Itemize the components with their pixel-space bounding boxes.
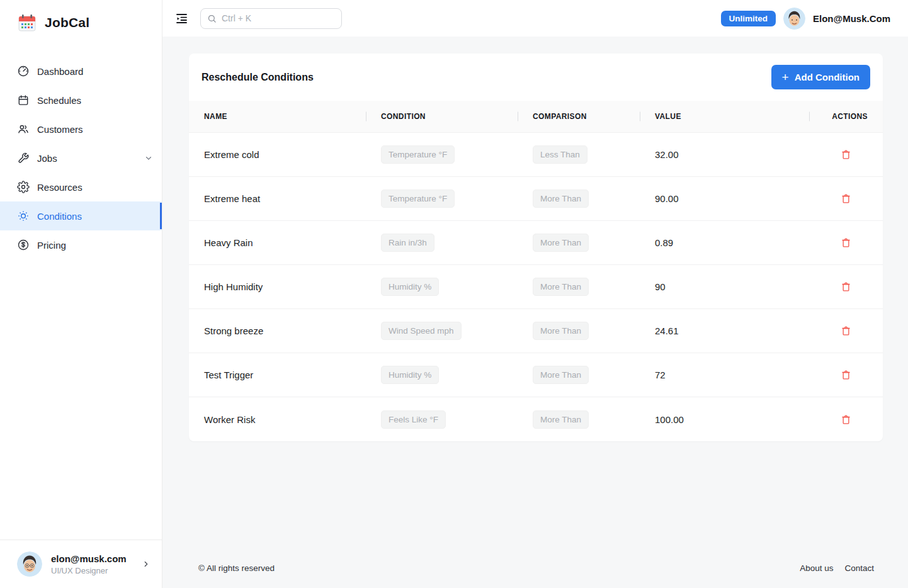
sidebar-user-card[interactable]: elon@musk.com UI/UX Designer [0, 540, 162, 588]
user-email: elon@musk.com [51, 553, 127, 564]
condition-value: 90 [640, 265, 809, 308]
delete-button[interactable] [837, 234, 854, 251]
delete-button[interactable] [837, 322, 854, 339]
search-box[interactable] [200, 8, 342, 29]
sidebar-item-conditions[interactable]: Conditions [0, 201, 162, 230]
reschedule-conditions-card: Reschedule Conditions + Add Condition NA… [189, 54, 883, 441]
sidebar-item-label: Jobs [37, 153, 57, 164]
app-name: JobCal [45, 15, 89, 30]
search-icon [207, 14, 217, 23]
menu-fold-icon[interactable] [173, 10, 190, 27]
sidebar-item-resources[interactable]: Resources [0, 172, 162, 201]
sidebar-item-schedules[interactable]: Schedules [0, 86, 162, 115]
dollar-icon [17, 239, 30, 251]
comparison-tag: More Than [533, 189, 589, 208]
condition-type-tag: Temperature °F [381, 189, 455, 208]
customers-icon [17, 123, 30, 135]
main-content: Reschedule Conditions + Add Condition NA… [162, 37, 908, 588]
calendar-icon [17, 94, 30, 106]
column-header-comparison: COMPARISON [518, 101, 640, 132]
footer-link-contact[interactable]: Contact [844, 563, 874, 573]
sidebar-item-dashboard[interactable]: Dashboard [0, 57, 162, 86]
delete-button[interactable] [837, 146, 854, 163]
topbar: Unlimited Elon@Musk.Com [162, 0, 908, 37]
condition-value: 100.00 [640, 397, 809, 441]
condition-value: 0.89 [640, 221, 809, 264]
dashboard-icon [17, 65, 30, 77]
table-row: Strong breeze Wind Speed mph More Than 2… [189, 309, 883, 353]
condition-type-tag: Humidity % [381, 366, 439, 384]
condition-value: 24.61 [640, 309, 809, 353]
topbar-user-avatar[interactable] [783, 8, 805, 30]
sidebar-item-label: Pricing [37, 240, 66, 251]
sidebar-item-jobs[interactable]: Jobs [0, 144, 162, 172]
sidebar-item-customers[interactable]: Customers [0, 115, 162, 144]
condition-name: Extreme cold [189, 133, 366, 176]
sidebar-item-label: Resources [37, 182, 82, 193]
delete-button[interactable] [837, 278, 854, 295]
comparison-tag: More Than [533, 322, 589, 340]
condition-name: Extreme heat [189, 177, 366, 220]
sidebar-item-label: Conditions [37, 211, 82, 222]
page-footer: © All rights reserved About us Contact [162, 563, 908, 573]
table-row: Worker Risk Feels Like °F More Than 100.… [189, 397, 883, 441]
card-header: Reschedule Conditions + Add Condition [189, 54, 883, 101]
sun-icon [17, 210, 30, 222]
wrench-icon [17, 152, 30, 164]
sidebar-item-label: Schedules [37, 95, 81, 106]
app-logo: JobCal [0, 0, 162, 37]
table-row: Extreme cold Temperature °F Less Than 32… [189, 133, 883, 177]
condition-name: High Humidity [189, 265, 366, 308]
sidebar: JobCal Dashboard Schedules [0, 0, 162, 588]
comparison-tag: More Than [533, 366, 589, 384]
footer-link-about[interactable]: About us [800, 563, 833, 573]
plus-icon: + [782, 71, 789, 83]
topbar-right: Unlimited Elon@Musk.Com [721, 8, 890, 30]
condition-type-tag: Feels Like °F [381, 410, 446, 429]
user-avatar [17, 551, 42, 577]
comparison-tag: More Than [533, 278, 589, 296]
comparison-tag: Less Than [533, 145, 587, 164]
user-role: UI/UX Designer [51, 566, 127, 575]
search-input[interactable] [222, 13, 335, 23]
condition-name: Test Trigger [189, 353, 366, 397]
sidebar-item-label: Customers [37, 124, 83, 135]
condition-name: Heavy Rain [189, 221, 366, 264]
chevron-right-icon [142, 560, 150, 568]
delete-button[interactable] [837, 190, 854, 207]
delete-button[interactable] [837, 366, 854, 383]
condition-name: Worker Risk [189, 397, 366, 441]
comparison-tag: More Than [533, 410, 589, 429]
delete-button[interactable] [837, 411, 854, 428]
column-header-name: NAME [189, 101, 366, 132]
column-header-actions: ACTIONS [809, 101, 883, 132]
condition-type-tag: Wind Speed mph [381, 322, 462, 340]
table-row: Test Trigger Humidity % More Than 72 [189, 353, 883, 397]
add-condition-button[interactable]: + Add Condition [771, 65, 870, 89]
sidebar-item-label: Dashboard [37, 66, 83, 77]
sidebar-item-pricing[interactable]: Pricing [0, 230, 162, 259]
condition-value: 72 [640, 353, 809, 397]
plan-badge[interactable]: Unlimited [721, 11, 776, 26]
sidebar-nav: Dashboard Schedules Customers [0, 57, 162, 259]
condition-type-tag: Temperature °F [381, 145, 455, 164]
calendar-logo-icon [17, 13, 37, 33]
condition-name: Strong breeze [189, 309, 366, 353]
page-title: Reschedule Conditions [201, 72, 314, 83]
copyright-text: © All rights reserved [198, 563, 275, 573]
user-meta: elon@musk.com UI/UX Designer [51, 553, 127, 575]
condition-type-tag: Rain in/3h [381, 234, 434, 252]
condition-value: 90.00 [640, 177, 809, 220]
table-row: Heavy Rain Rain in/3h More Than 0.89 [189, 221, 883, 265]
comparison-tag: More Than [533, 234, 589, 252]
table-header-row: NAME CONDITION COMPARISON VALUE ACTIONS [189, 101, 883, 133]
condition-type-tag: Humidity % [381, 278, 439, 296]
table-row: High Humidity Humidity % More Than 90 [189, 265, 883, 309]
table-row: Extreme heat Temperature °F More Than 90… [189, 177, 883, 221]
add-condition-label: Add Condition [795, 72, 860, 82]
chevron-down-icon [144, 154, 153, 162]
gear-icon [17, 181, 30, 193]
column-header-condition: CONDITION [366, 101, 518, 132]
condition-value: 32.00 [640, 133, 809, 176]
topbar-user-name: Elon@Musk.Com [813, 13, 890, 24]
